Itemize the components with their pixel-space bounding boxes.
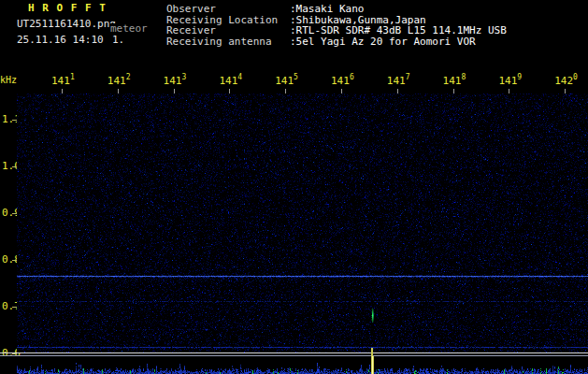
datetime-label: 25.11.16 14:10 <box>17 35 104 46</box>
image-counter: 1. <box>112 35 124 46</box>
station-field-value: :5el Yagi Az 20 for Aomori VOR <box>290 36 476 48</box>
x-tick-label: 1415 <box>275 76 298 87</box>
x-tick-label: 1417 <box>387 76 410 87</box>
x-tick-label: 1418 <box>443 76 466 87</box>
x-tick-label: 1411 <box>51 76 75 87</box>
x-tick-label: 1416 <box>331 76 354 87</box>
x-tick-label: 1414 <box>219 76 242 87</box>
hrofft-spectrogram-window: H R O F F T UT2511161410.png meteor 25.1… <box>0 0 588 374</box>
app-title: H R O F F T <box>28 3 107 14</box>
station-field-value: :Masaki Kano <box>290 4 364 15</box>
mode-label: meteor <box>109 23 148 35</box>
separator-line-top <box>0 352 588 353</box>
x-tick-label: 1419 <box>498 76 522 87</box>
x-tick-label: 1413 <box>164 76 187 87</box>
event-marker-tick <box>371 348 373 356</box>
output-filename: UT2511161410.png <box>17 19 116 30</box>
signal-level-strip-canvas <box>17 356 588 374</box>
x-tick-label: 1420 <box>554 76 578 87</box>
station-field-label: Receiving antenna <box>166 36 272 48</box>
y-tick-mark <box>12 353 17 354</box>
station-field-label: Observer <box>166 4 216 15</box>
y-axis-unit-label: kHz <box>0 76 17 86</box>
spectrogram-canvas <box>17 94 588 352</box>
x-tick-label: 1412 <box>108 76 131 87</box>
